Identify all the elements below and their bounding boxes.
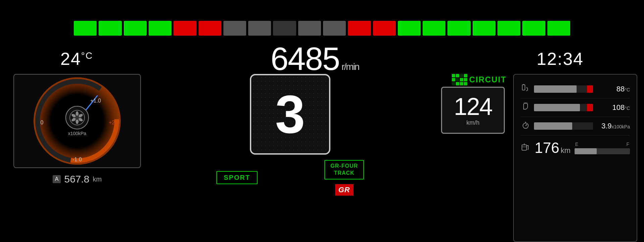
rpm-unit: r/min <box>341 62 359 72</box>
boost-icon <box>65 106 89 129</box>
circuit-cell <box>456 78 459 81</box>
svg-text:+2.0: +2.0 <box>109 120 119 125</box>
circuit-text: CIRCUIT <box>469 75 506 84</box>
coolant-temp-icon <box>521 83 531 95</box>
circuit-cell <box>452 82 455 85</box>
boost-unit-label: x100kPa <box>68 131 86 136</box>
svg-point-16 <box>75 116 79 120</box>
gr-badge-text: GR <box>338 186 350 194</box>
trip-value: 567.8 <box>64 173 89 185</box>
rpm-segment <box>522 21 545 36</box>
gauge-value-0: 88°C <box>596 85 630 93</box>
circuit-cell <box>464 82 467 85</box>
gauge-bar-red-1 <box>587 104 593 111</box>
gauge-value-1: 108°C <box>596 103 630 112</box>
gauge-row-0: 88°C <box>521 80 630 98</box>
rpm-segment <box>547 21 570 36</box>
gauge-bar-track-0 <box>534 85 593 93</box>
circuit-cell <box>460 78 463 81</box>
rpm-segment <box>423 21 445 36</box>
circuit-cell <box>464 78 467 81</box>
boost-center: x100kPa <box>65 106 89 136</box>
gauge-bar-red-0 <box>587 85 593 93</box>
gauge-bar-fill-2 <box>534 122 572 130</box>
speed-unit: km/h <box>466 119 479 126</box>
oil-pressure-icon <box>521 120 531 132</box>
temperature-display: 24°C <box>60 49 93 69</box>
rpm-segment <box>173 21 196 36</box>
gauge-bar-track-1 <box>534 104 593 111</box>
circuit-cell <box>452 78 455 81</box>
circuit-cell <box>456 82 459 85</box>
boost-gauge-circle: +1.0 0 +2.0 -1.0 <box>32 76 122 166</box>
fuel-distance: 176 km <box>535 139 571 156</box>
right-panel: 88°C 108°C 3.9x100kPa 176 km <box>513 74 637 242</box>
trip-unit: km <box>93 175 102 183</box>
rpm-segment <box>497 21 520 36</box>
rpm-segment <box>99 21 121 36</box>
speed-circuit-wrapper: CIRCUIT 124 km/h <box>436 74 510 242</box>
gauge-bar-fill-0 <box>534 85 577 93</box>
gauge-bar-track-2 <box>534 122 593 130</box>
svg-line-24 <box>526 124 527 126</box>
fuel-f-label: F <box>626 142 629 147</box>
circuit-grid-icon <box>452 74 467 85</box>
boost-gauge-box: +1.0 0 +2.0 -1.0 <box>13 74 141 168</box>
svg-point-13 <box>76 119 78 124</box>
temp-unit: °C <box>81 50 93 61</box>
gr4-tag: GR-FOURTRACK <box>324 160 364 179</box>
temp-value: 24 <box>60 49 81 69</box>
gauge-bar-fill-1 <box>534 104 580 111</box>
fuel-e-label: E <box>575 142 578 147</box>
svg-rect-25 <box>522 145 527 150</box>
rpm-segment <box>298 21 321 36</box>
svg-text:+1.0: +1.0 <box>90 98 101 104</box>
svg-text:-1.0: -1.0 <box>72 157 82 162</box>
rpm-segment <box>323 21 346 36</box>
speed-box: 124 km/h <box>441 87 505 134</box>
rpm-segment <box>223 21 246 36</box>
gauge-row-2: 3.9x100kPa <box>521 117 630 135</box>
rpm-segment <box>149 21 171 36</box>
header: 24°C 6485 r/min 12:34 <box>0 40 644 77</box>
fuel-track <box>575 148 630 154</box>
rpm-segment <box>124 21 147 36</box>
center-column: 3 SPORT GR-FOURTRACK GR <box>158 74 423 242</box>
oil-temp-icon <box>521 102 531 113</box>
time-display: 12:34 <box>537 49 584 69</box>
svg-rect-17 <box>522 85 525 90</box>
gear-number: 3 <box>275 87 305 141</box>
rpm-segment <box>348 21 371 36</box>
fuel-ef-labels: E F <box>575 142 630 147</box>
gear-box: 3 <box>250 74 330 155</box>
left-panel: +1.0 0 +2.0 -1.0 <box>0 74 154 242</box>
trip-display: A 567.8 km <box>53 173 102 185</box>
rpm-display: 6485 r/min <box>271 40 359 77</box>
gauge-value-2: 3.9x100kPa <box>596 122 630 130</box>
gr-badge: GR <box>335 184 354 196</box>
svg-point-10 <box>76 111 78 116</box>
center-right: 3 SPORT GR-FOURTRACK GR <box>154 74 513 242</box>
fuel-fill <box>575 148 597 154</box>
svg-text:0: 0 <box>41 120 44 125</box>
circuit-cell <box>464 74 467 77</box>
fuel-distance-unit: km <box>560 146 570 155</box>
circuit-logo: CIRCUIT <box>452 74 510 85</box>
trip-label-icon: A <box>53 175 61 183</box>
fuel-bar-section: E F <box>575 142 630 154</box>
circuit-cell <box>452 74 455 77</box>
sport-mode-tag: SPORT <box>216 171 258 184</box>
circuit-cell <box>456 74 459 77</box>
rpm-segment <box>398 21 421 36</box>
circuit-cell <box>460 82 463 85</box>
main-content: +1.0 0 +2.0 -1.0 <box>0 74 644 242</box>
drive-mode-bar: SPORT GR-FOURTRACK GR <box>216 160 364 196</box>
rpm-bar <box>74 20 570 36</box>
rpm-segment <box>473 21 495 36</box>
rpm-segment <box>248 21 271 36</box>
rpm-segment <box>447 21 470 36</box>
rpm-segment <box>373 21 396 36</box>
rpm-segment <box>74 21 97 36</box>
rpm-segment <box>199 21 221 36</box>
fuel-distance-value: 176 <box>535 139 559 156</box>
